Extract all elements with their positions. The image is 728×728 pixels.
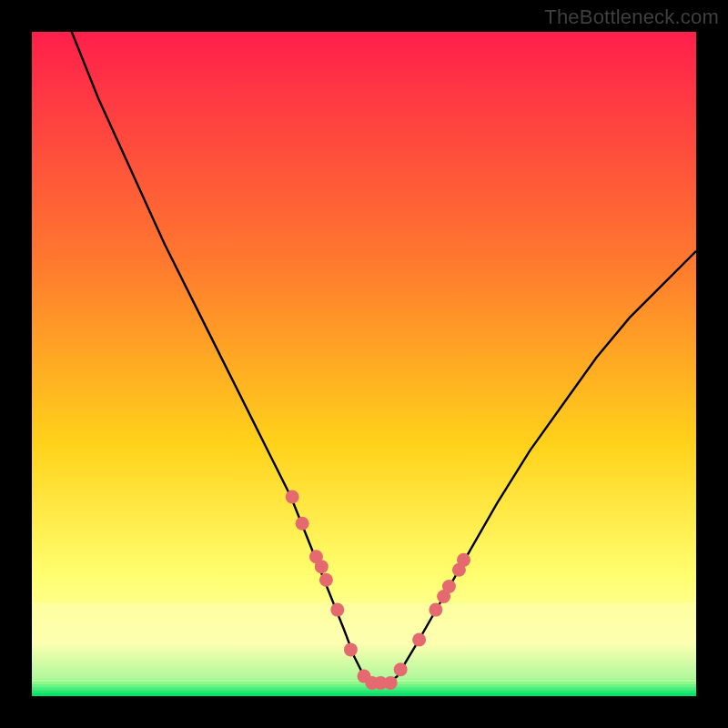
chart-frame xyxy=(32,32,696,696)
dot xyxy=(286,490,299,504)
dot xyxy=(384,676,398,690)
svg-rect-5 xyxy=(32,693,696,696)
dot xyxy=(296,517,309,531)
dot xyxy=(429,603,442,617)
dot xyxy=(330,603,344,617)
bottleneck-chart xyxy=(32,32,696,696)
watermark-text: TheBottleneck.com xyxy=(544,5,719,29)
dot xyxy=(344,642,358,656)
dot xyxy=(412,632,426,646)
dot xyxy=(315,560,329,573)
dot xyxy=(442,580,456,593)
svg-rect-2 xyxy=(32,685,696,688)
svg-rect-3 xyxy=(32,688,696,691)
dot xyxy=(457,553,470,567)
gradient-background xyxy=(32,32,696,696)
dot xyxy=(319,573,333,587)
pale-yellow-band xyxy=(32,603,696,680)
dot xyxy=(394,662,408,676)
svg-rect-4 xyxy=(32,691,696,693)
